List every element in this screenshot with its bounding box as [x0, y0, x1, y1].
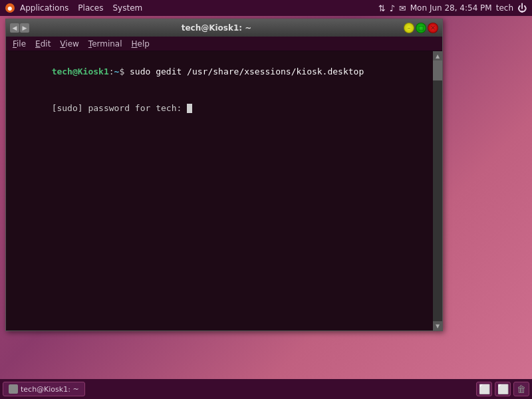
taskbar-trash-icon[interactable]: 🗑 — [513, 382, 529, 396]
menu-edit[interactable]: Edit — [31, 38, 55, 50]
taskbar-terminal-label: tech@Kiosk1: ~ — [21, 385, 79, 394]
user-label: tech — [496, 3, 513, 13]
network-icon: ⇅ — [378, 3, 386, 13]
prompt-user: tech@Kiosk1 — [52, 66, 109, 76]
terminal-titlebar: ◀ ▶ tech@Kiosk1: ~ – □ ✕ — [6, 19, 442, 37]
window-buttons: – □ ✕ — [404, 23, 438, 33]
bottom-panel: tech@Kiosk1: ~ ⬜ ⬜ 🗑 — [0, 379, 532, 399]
minimize-button[interactable]: – — [404, 23, 414, 33]
panel-menu-places[interactable]: Places — [74, 2, 107, 14]
envelope-icon: ✉ — [399, 3, 406, 13]
volume-icon: ♪ — [390, 3, 395, 13]
scrollbar-thumb[interactable] — [433, 61, 442, 80]
taskbar-terminal-icon — [9, 384, 18, 394]
titlebar-scroll-arrows: ◀ ▶ — [10, 23, 29, 33]
menu-terminal[interactable]: Terminal — [84, 38, 126, 50]
panel-menu-system[interactable]: System — [108, 2, 146, 14]
clock-display: Mon Jun 28, 4:54 PM — [410, 3, 492, 13]
panel-menu-applications[interactable]: Applications — [16, 2, 72, 14]
terminal-menubar: File Edit View Terminal Help — [6, 37, 442, 51]
terminal-content[interactable]: tech@Kiosk1:~$ sudo gedit /usr/share/xse… — [6, 51, 433, 331]
power-icon[interactable]: ⏻ — [517, 3, 527, 13]
scrollbar-up-button[interactable]: ▲ — [433, 51, 442, 61]
terminal-window: ◀ ▶ tech@Kiosk1: ~ – □ ✕ File Edit View … — [5, 19, 443, 331]
ubuntu-logo-icon: ● — [5, 3, 15, 13]
scroll-left-icon[interactable]: ◀ — [10, 23, 19, 33]
scrollbar-down-button[interactable]: ▼ — [433, 321, 442, 331]
window-title: tech@Kiosk1: ~ — [32, 23, 401, 33]
taskbar-show-desktop-2[interactable]: ⬜ — [495, 382, 511, 396]
menu-file[interactable]: File — [9, 38, 30, 50]
panel-left: ● Applications Places System — [5, 2, 146, 14]
terminal-scrollbar: ▲ ▼ — [433, 51, 442, 331]
terminal-body[interactable]: tech@Kiosk1:~$ sudo gedit /usr/share/xse… — [6, 51, 442, 331]
menu-view[interactable]: View — [56, 38, 82, 50]
scroll-right-icon[interactable]: ▶ — [20, 23, 29, 33]
sudo-prompt-text: [sudo] password for tech: — [52, 103, 188, 113]
scrollbar-track[interactable] — [433, 61, 442, 321]
menu-help[interactable]: Help — [128, 38, 154, 50]
top-panel: ● Applications Places System ⇅ ♪ ✉ Mon J… — [0, 0, 532, 16]
panel-right: ⇅ ♪ ✉ Mon Jun 28, 4:54 PM tech ⏻ — [378, 3, 527, 13]
command-text: sudo gedit /usr/share/xsessions/kiosk.de… — [130, 66, 364, 76]
prompt-dollar: $ — [119, 66, 130, 76]
terminal-line-2: [sudo] password for tech: — [10, 90, 429, 127]
prompt-colon: : — [109, 66, 114, 76]
taskbar-right-section: ⬜ ⬜ 🗑 — [476, 382, 529, 396]
taskbar-show-desktop-1[interactable]: ⬜ — [476, 382, 492, 396]
close-button[interactable]: ✕ — [428, 23, 438, 33]
terminal-line-1: tech@Kiosk1:~$ sudo gedit /usr/share/xse… — [10, 54, 429, 90]
maximize-button[interactable]: □ — [416, 23, 426, 33]
cursor — [187, 104, 192, 113]
taskbar-terminal-button[interactable]: tech@Kiosk1: ~ — [3, 382, 85, 396]
